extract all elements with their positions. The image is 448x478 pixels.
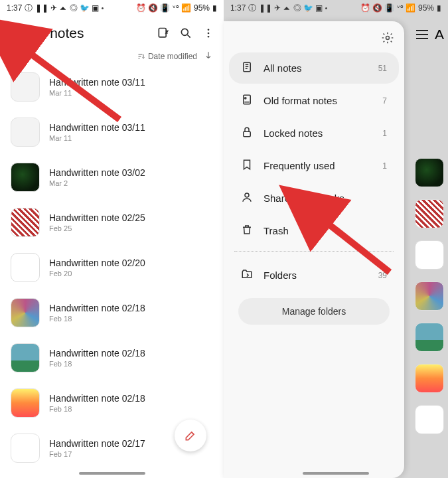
- drawer-item-folders[interactable]: Folders 39: [229, 260, 399, 291]
- note-item[interactable]: Handwritten note 02/18 Feb 18: [0, 293, 224, 338]
- bookmark-icon: [241, 159, 253, 173]
- svg-point-10: [245, 98, 246, 99]
- folder-icon: [241, 268, 253, 282]
- sort-icon: [137, 52, 145, 60]
- svg-rect-11: [244, 131, 251, 137]
- note-thumb: [11, 343, 40, 372]
- note-thumb: [11, 434, 40, 463]
- more-icon[interactable]: [201, 26, 216, 40]
- note-title: Handwritten note 02/25: [49, 212, 145, 223]
- drawer-item-frequently-used[interactable]: Frequently used 1: [229, 150, 399, 181]
- note-date: Feb 18: [49, 315, 145, 323]
- status-time: 1:37: [7, 3, 22, 13]
- manage-folders-button[interactable]: Manage folders: [238, 298, 390, 325]
- note-item[interactable]: Handwritten note 03/11 Mar 11: [0, 67, 224, 112]
- sort-label-text: Date modified: [148, 52, 197, 61]
- note-item[interactable]: Handwritten note 03/02 Mar 2: [0, 157, 224, 202]
- note-date: Feb 17: [49, 450, 145, 458]
- peek-title-fragment: A: [435, 27, 444, 42]
- note-title: Handwritten note 03/02: [49, 167, 145, 178]
- note-date: Mar 11: [49, 89, 145, 97]
- background-peek: A: [411, 0, 448, 478]
- drawer-item-trash[interactable]: Trash: [229, 215, 399, 246]
- status-dot: [102, 7, 104, 9]
- drawer-item-label: Trash: [263, 225, 289, 236]
- sort-button[interactable]: Date modified: [137, 52, 197, 61]
- note-date: Feb 18: [49, 360, 145, 368]
- peek-menu-icon: [416, 30, 428, 39]
- note-thumb: [11, 253, 40, 282]
- svg-point-4: [208, 36, 210, 38]
- note-item[interactable]: Handwritten note 03/11 Mar 11: [0, 112, 224, 157]
- sort-row: Date modified: [0, 48, 224, 67]
- lock-icon: [241, 126, 253, 140]
- manage-folders-label: Manage folders: [282, 306, 346, 317]
- drawer-item-count: 1: [382, 161, 387, 171]
- note-date: Mar 11: [49, 134, 145, 142]
- settings-icon[interactable]: [380, 31, 395, 45]
- compose-fab[interactable]: [175, 420, 206, 451]
- peek-thumb: [415, 323, 444, 352]
- note-title: Handwritten note 02/18: [49, 393, 145, 404]
- note-title: Handwritten note 03/11: [49, 77, 145, 88]
- svg-point-2: [208, 29, 210, 31]
- drawer-item-label: Old format notes: [263, 95, 337, 106]
- drawer-item-label: Frequently used: [263, 160, 335, 171]
- sort-direction-icon[interactable]: [204, 50, 213, 62]
- drawer-item-label: Shared notebooks: [263, 193, 344, 204]
- search-icon[interactable]: [179, 26, 193, 40]
- svg-point-7: [386, 37, 390, 40]
- status-icons-left: ⓘ ❚❚ ✈ ⏶ ◎ 🐦 ▣: [25, 3, 99, 14]
- drawer-list: All notes 51 Old format notes 7 Locked n…: [224, 52, 404, 247]
- peek-thumb: [415, 240, 444, 270]
- status-icons-right-r: ⏰ 🔇 📳 ᵛᵒ 📶: [360, 3, 415, 13]
- status-time-r: 1:37: [230, 3, 246, 13]
- drawer-item-label: All notes: [263, 62, 302, 74]
- status-dot-r: [325, 7, 327, 9]
- note-thumb: [11, 72, 40, 102]
- status-icons-left-r: ⓘ ❚❚ ✈ ⏶ ◎ 🐦 ▣: [248, 3, 323, 14]
- drawer-item-count: 7: [382, 96, 387, 106]
- svg-point-12: [245, 193, 249, 197]
- home-indicator-right: [303, 472, 369, 475]
- peek-thumb: [415, 405, 444, 434]
- drawer-item-shared-notebooks[interactable]: Shared notebooks: [229, 183, 399, 214]
- drawer-item-locked-notes[interactable]: Locked notes 1: [229, 118, 399, 149]
- note-title: Handwritten note 02/18: [49, 303, 145, 313]
- notes-list[interactable]: Handwritten note 03/11 Mar 11 Handwritte…: [0, 67, 224, 478]
- oldnote-icon: [241, 94, 253, 108]
- note-item[interactable]: Handwritten note 02/25 Feb 25: [0, 202, 224, 248]
- note-item[interactable]: Handwritten note 02/18 Feb 18: [0, 338, 224, 383]
- drawer-item-label: Locked notes: [263, 127, 323, 139]
- peek-thumb: [415, 281, 444, 311]
- svg-rect-9: [244, 95, 251, 104]
- note-title: Handwritten note 02/20: [49, 258, 145, 268]
- drawer-item-old-format-notes[interactable]: Old format notes 7: [229, 85, 399, 116]
- pdf-icon[interactable]: [156, 26, 171, 40]
- drawer-divider: [234, 251, 394, 252]
- status-battery: 95%: [194, 3, 210, 13]
- app-bar: All notes: [0, 16, 224, 48]
- trash-icon: [241, 224, 253, 238]
- home-indicator: [79, 472, 145, 475]
- note-date: Feb 25: [49, 224, 145, 232]
- note-item[interactable]: Handwritten note 02/20 Feb 20: [0, 248, 224, 293]
- note-title: Handwritten note 03/11: [49, 122, 145, 133]
- note-thumb: [11, 163, 40, 192]
- svg-point-3: [208, 33, 210, 35]
- peek-thumb: [415, 199, 444, 228]
- person-icon: [241, 191, 253, 205]
- drawer-item-count: 1: [382, 129, 387, 138]
- compose-icon: [184, 429, 197, 442]
- note-thumb: [11, 208, 40, 237]
- folders-count: 39: [378, 271, 387, 280]
- note-date: Feb 20: [49, 270, 145, 278]
- menu-icon[interactable]: [8, 27, 23, 39]
- note-thumb: [11, 388, 40, 418]
- page-title: All notes: [31, 25, 148, 41]
- drawer-item-all-notes[interactable]: All notes 51: [229, 52, 399, 84]
- note-date: Mar 2: [49, 179, 145, 187]
- battery-icon: ▮: [212, 3, 217, 13]
- navigation-drawer: All notes 51 Old format notes 7 Locked n…: [224, 21, 404, 478]
- note-date: Feb 18: [49, 405, 145, 413]
